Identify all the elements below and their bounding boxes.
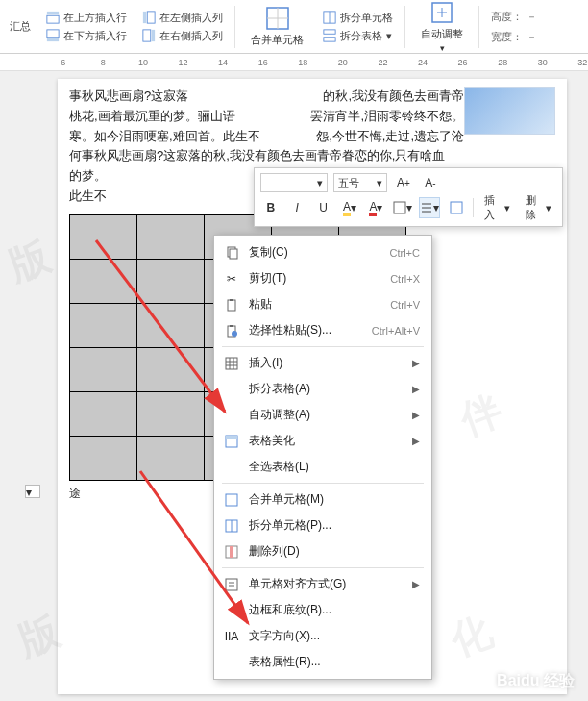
insert-row-below-button[interactable]: 在下方插入行: [42, 28, 131, 44]
ctx-split-cell[interactable]: 拆分单元格(P)...: [214, 513, 431, 538]
svg-rect-32: [230, 546, 233, 558]
svg-rect-4: [147, 12, 155, 23]
table-icon: [224, 356, 239, 371]
mini-insert-button[interactable]: 插入▾: [479, 197, 515, 218]
height-field[interactable]: 高度：－: [487, 10, 537, 24]
horizontal-ruler: 68101214161820222426283032: [0, 54, 588, 71]
mini-delete-button[interactable]: 删除▾: [521, 197, 556, 218]
ribbon: 汇总 在上方插入行 在下方插入行 在左侧插入列 在右侧插入列 合并单元格 拆分单…: [0, 0, 588, 54]
ctx-cut[interactable]: ✂剪切(T)Ctrl+X: [214, 265, 431, 291]
merge-cells-button[interactable]: 合并单元格: [243, 4, 311, 49]
svg-rect-6: [143, 30, 151, 41]
side-handle-icon[interactable]: ▾: [25, 485, 40, 498]
highlight-button[interactable]: A▾: [339, 197, 359, 218]
split-icon: [224, 518, 239, 534]
svg-rect-5: [143, 12, 147, 23]
font-grow-button[interactable]: A+: [393, 172, 414, 193]
autofit-button[interactable]: 自动调整▾: [413, 0, 471, 55]
svg-rect-17: [451, 202, 462, 213]
ctx-merge[interactable]: 合并单元格(M): [214, 487, 431, 513]
svg-rect-20: [228, 300, 235, 311]
insert-col-right-button[interactable]: 在右侧插入列: [138, 28, 227, 44]
font-size-select[interactable]: 五号▾: [333, 173, 387, 192]
ctx-select-all[interactable]: 全选表格(L): [214, 454, 431, 480]
svg-rect-33: [226, 579, 237, 590]
insert-row-above-button[interactable]: 在上方插入行: [42, 10, 131, 26]
merge-icon: [224, 492, 239, 508]
svg-rect-1: [47, 12, 59, 15]
ctx-delete-col[interactable]: 删除列(D): [214, 538, 431, 564]
ctx-text-direction[interactable]: IIA文字方向(X)...: [214, 623, 431, 649]
svg-rect-21: [230, 299, 233, 301]
svg-rect-27: [226, 436, 237, 439]
baidu-watermark: Baidu 经验: [497, 671, 575, 691]
beautify-icon: [224, 434, 239, 449]
ctx-paste[interactable]: 粘贴Ctrl+V: [214, 291, 431, 317]
delete-col-icon: [224, 544, 239, 560]
svg-rect-25: [226, 358, 237, 369]
font-shrink-button[interactable]: A-: [420, 172, 441, 193]
watermark: 版: [2, 230, 59, 294]
summary-button[interactable]: 汇总: [6, 18, 35, 35]
svg-rect-23: [230, 325, 233, 327]
bold-button[interactable]: B: [260, 197, 281, 218]
split-table-button[interactable]: 拆分表格 ▾: [319, 28, 397, 44]
merge-button[interactable]: [446, 197, 466, 218]
ctx-beautify[interactable]: 表格美化▶: [214, 428, 431, 454]
scissors-icon: ✂: [224, 271, 239, 287]
underline-button[interactable]: U: [313, 197, 333, 218]
ctx-split-table[interactable]: 拆分表格(A)▶: [214, 376, 431, 402]
ctx-insert[interactable]: 插入(I)▶: [214, 350, 431, 376]
ctx-properties[interactable]: 表格属性(R)...: [214, 649, 431, 675]
svg-rect-13: [324, 30, 335, 34]
svg-rect-28: [226, 494, 237, 506]
ctx-autofit[interactable]: 自动调整(A)▶: [214, 402, 431, 428]
ribbon-summary-group: 汇总: [6, 18, 35, 35]
svg-rect-7: [152, 30, 156, 41]
svg-rect-3: [47, 38, 59, 42]
insert-col-left-button[interactable]: 在左侧插入列: [138, 10, 227, 26]
clipboard-icon: [224, 297, 239, 313]
copy-icon: [224, 245, 239, 261]
svg-rect-19: [230, 249, 237, 259]
embedded-image[interactable]: [464, 87, 555, 135]
italic-button[interactable]: I: [286, 197, 306, 218]
ctx-alignment[interactable]: 单元格对齐方式(G)▶: [214, 571, 431, 597]
alignment-icon: [224, 577, 239, 592]
font-family-select[interactable]: ▾: [260, 173, 328, 192]
svg-rect-16: [394, 202, 405, 213]
ctx-borders[interactable]: 边框和底纹(B)...: [214, 597, 431, 623]
ctx-paste-special[interactable]: 选择性粘贴(S)...Ctrl+Alt+V: [214, 317, 431, 343]
context-menu: 复制(C)Ctrl+C ✂剪切(T)Ctrl+X 粘贴Ctrl+V 选择性粘贴(…: [213, 235, 432, 680]
clipboard-special-icon: [224, 323, 239, 338]
mini-toolbar: ▾ 五号▾ A+ A- B I U A▾ A▾ ▾ ▾ 插入▾ 删除▾: [254, 167, 563, 227]
svg-rect-0: [47, 15, 59, 23]
text-direction-icon: IIA: [224, 629, 239, 644]
width-field[interactable]: 宽度：－: [487, 30, 537, 44]
borders-button[interactable]: ▾: [392, 197, 413, 218]
split-cells-button[interactable]: 拆分单元格: [319, 10, 397, 26]
svg-point-24: [232, 331, 237, 337]
svg-rect-14: [324, 38, 335, 41]
ctx-copy[interactable]: 复制(C)Ctrl+C: [214, 239, 431, 265]
svg-rect-2: [47, 30, 59, 38]
font-color-button[interactable]: A▾: [366, 197, 386, 218]
align-button[interactable]: ▾: [419, 197, 440, 218]
